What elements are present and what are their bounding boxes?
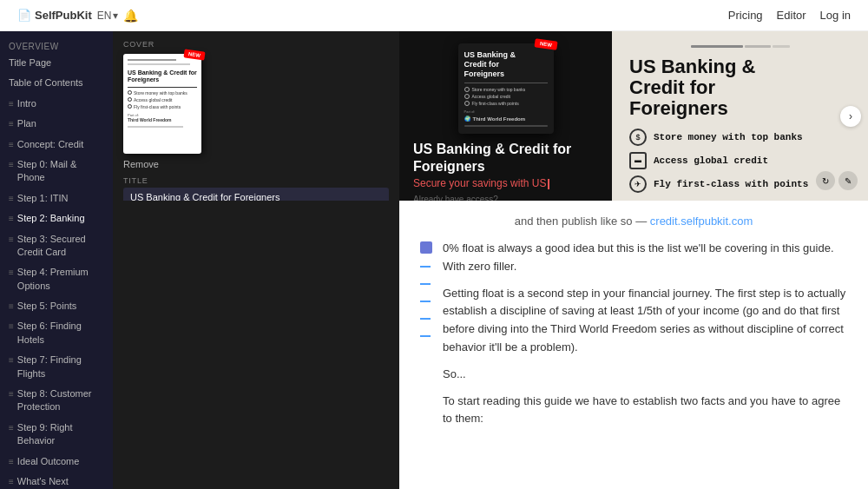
sidebar-item-concept[interactable]: ≡ Concept: Credit: [0, 135, 113, 155]
bullet-icon: ≡: [9, 354, 14, 367]
sidebar-item-toc[interactable]: Table of Contents: [0, 73, 113, 93]
bullet-icon: ≡: [9, 213, 14, 225]
right-preview: US Banking &Credit forForeigners $ Store…: [612, 31, 868, 201]
middle-book-info: US Banking & Credit for Foreigners Secur…: [413, 141, 598, 201]
mid-feature2: Access global credit: [472, 94, 510, 99]
main-text-area: 0% float is always a good idea but this …: [443, 240, 847, 428]
middle-book-title: US Banking &Credit forForeigners: [464, 50, 548, 78]
sidebar-item-whats-next[interactable]: ≡ What's Next: [0, 472, 113, 489]
header: 📄 SelfPubKit EN ▾ 🔔 Pricing Editor Log i…: [0, 0, 868, 31]
publish-line: and then publish like so — credit.selfpu…: [420, 215, 847, 228]
title-input[interactable]: US Banking & Credit for Foreigners: [123, 188, 389, 201]
chevron-down-icon: ▾: [113, 10, 118, 22]
bullet-icon: ≡: [9, 159, 14, 171]
logo-icon: 📄: [17, 9, 31, 22]
mid-part-of-name: Third World Freedom: [473, 116, 526, 122]
right-feature1-text: Store money with top banks: [654, 132, 803, 142]
margin-icon-1: [420, 241, 432, 254]
sidebar-item-step9[interactable]: ≡ Step 9: Right Behavior: [0, 418, 113, 452]
thumbnail-title: US Banking & Credit for Foreigners: [128, 69, 197, 84]
sidebar-item-label: Step 0: Mail & Phone: [17, 158, 104, 185]
sidebar-item-plan[interactable]: ≡ Plan: [0, 114, 113, 134]
para1: 0% float is always a good idea but this …: [443, 240, 847, 276]
bullet-icon: ≡: [9, 456, 14, 468]
sidebar-item-title-page[interactable]: Title Page: [0, 53, 113, 73]
sidebar-item-label: Title Page: [9, 56, 51, 69]
thumbnail-feature3: Fly first-class with points: [134, 104, 181, 109]
left-margin-icons: [420, 240, 432, 428]
sidebar-item-intro[interactable]: ≡ Intro: [0, 94, 113, 114]
right-feature-2: ▬ Access global credit: [629, 152, 851, 169]
middle-book-cover: US Banking &Credit forForeigners Store m…: [458, 43, 554, 134]
sidebar-item-label: Step 6: Finding Hotels: [17, 320, 104, 347]
sidebar-item-label: Step 4: Premium Options: [17, 266, 104, 293]
edit-tool[interactable]: ✎: [838, 171, 858, 190]
language-selector[interactable]: EN ▾: [97, 10, 119, 22]
left-below-panel: [113, 201, 399, 489]
bullet-icon: ≡: [9, 476, 14, 488]
sidebar-item-step0[interactable]: ≡ Step 0: Mail & Phone: [0, 155, 113, 188]
next-arrow[interactable]: ›: [840, 106, 861, 127]
content-body: 0% float is always a good idea but this …: [420, 240, 847, 428]
typing-cursor: [548, 179, 549, 189]
mid-feature1: Store money with top banks: [472, 87, 526, 92]
sidebar-item-step2[interactable]: ≡ Step 2: Banking: [0, 208, 113, 228]
right-feature3-text: Fly first-class with points: [654, 179, 808, 189]
sidebar-item-step3[interactable]: ≡ Step 3: Secured Credit Card: [0, 229, 113, 263]
margin-dash-4: [420, 318, 431, 320]
header-nav: Pricing Editor Log in: [728, 9, 851, 22]
mid-part-of-icon: 🌍: [464, 116, 470, 122]
middle-access-link[interactable]: Already have access?: [413, 195, 598, 201]
sidebar-item-step4[interactable]: ≡ Step 4: Premium Options: [0, 262, 113, 296]
sidebar: Overview Title Page Table of Contents ≡ …: [0, 31, 113, 489]
mid-feature3: Fly first-class with points: [472, 101, 519, 106]
margin-dash-5: [420, 335, 431, 337]
thumbnail-feature1: Store money with top banks: [134, 90, 187, 96]
thumbnail-part-name: Third World Freedom: [128, 117, 197, 122]
plane-icon: ✈: [629, 175, 647, 193]
login-link[interactable]: Log in: [820, 9, 851, 22]
bullet-icon: ≡: [9, 422, 14, 434]
title-field-label: TITLE: [123, 176, 389, 185]
notification-bell[interactable]: 🔔: [123, 9, 138, 23]
credit-icon: ▬: [629, 152, 647, 169]
bullet-icon: ≡: [9, 193, 14, 205]
pricing-link[interactable]: Pricing: [728, 9, 763, 22]
sidebar-item-step7[interactable]: ≡ Step 7: Finding Flights: [0, 350, 113, 384]
bullet-icon: ≡: [9, 320, 14, 333]
title-field-group: TITLE US Banking & Credit for Foreigners: [123, 176, 389, 201]
editor-link[interactable]: Editor: [777, 9, 806, 22]
sidebar-item-step6[interactable]: ≡ Step 6: Finding Hotels: [0, 316, 113, 350]
remove-button[interactable]: Remove: [123, 159, 389, 169]
sidebar-item-step5[interactable]: ≡ Step 5: Points: [0, 296, 113, 316]
cover-label: COVER: [123, 40, 389, 49]
rotate-tool[interactable]: ↻: [816, 171, 835, 190]
sidebar-item-label: Concept: Credit: [17, 138, 83, 151]
para4: To start reading this guide we have to e…: [443, 393, 847, 429]
bullet-icon: ≡: [9, 267, 14, 279]
sidebar-item-label: Step 2: Banking: [17, 212, 85, 225]
margin-dash-1: [420, 266, 431, 268]
sidebar-section-overview: Overview: [0, 38, 113, 53]
mid-part-of-label: Part of:: [464, 109, 548, 114]
header-left: 📄 SelfPubKit EN ▾ 🔔: [17, 9, 138, 23]
margin-dash-3: [420, 301, 431, 302]
middle-subtitle: Secure your savings with US: [413, 177, 598, 189]
book-thumbnail: US Banking & Credit for Foreigners Store…: [123, 54, 201, 154]
middle-full-title: US Banking & Credit for Foreigners: [413, 141, 598, 174]
sidebar-item-ideal-outcome[interactable]: ≡ Ideal Outcome: [0, 452, 113, 472]
bullet-icon: ≡: [9, 388, 14, 400]
sidebar-item-label: Step 3: Secured Credit Card: [17, 233, 104, 260]
para2: Getting float is a second step in your f…: [443, 285, 847, 357]
sidebar-item-step8[interactable]: ≡ Step 8: Customer Protection: [0, 384, 113, 418]
sidebar-item-label: Step 8: Customer Protection: [17, 387, 104, 414]
content-area: COVER US Banking & Credit for Foreigners…: [113, 31, 868, 489]
cover-section: COVER US Banking & Credit for Foreigners…: [113, 31, 868, 201]
margin-dash-2: [420, 283, 431, 285]
sidebar-item-label: Table of Contents: [9, 76, 83, 89]
sidebar-item-step1[interactable]: ≡ Step 1: ITIN: [0, 188, 113, 208]
sidebar-item-label: What's Next: [17, 475, 69, 488]
main-layout: Overview Title Page Table of Contents ≡ …: [0, 31, 868, 489]
sidebar-item-label: Intro: [17, 97, 36, 110]
publish-link[interactable]: credit.selfpubkit.com: [650, 215, 753, 228]
